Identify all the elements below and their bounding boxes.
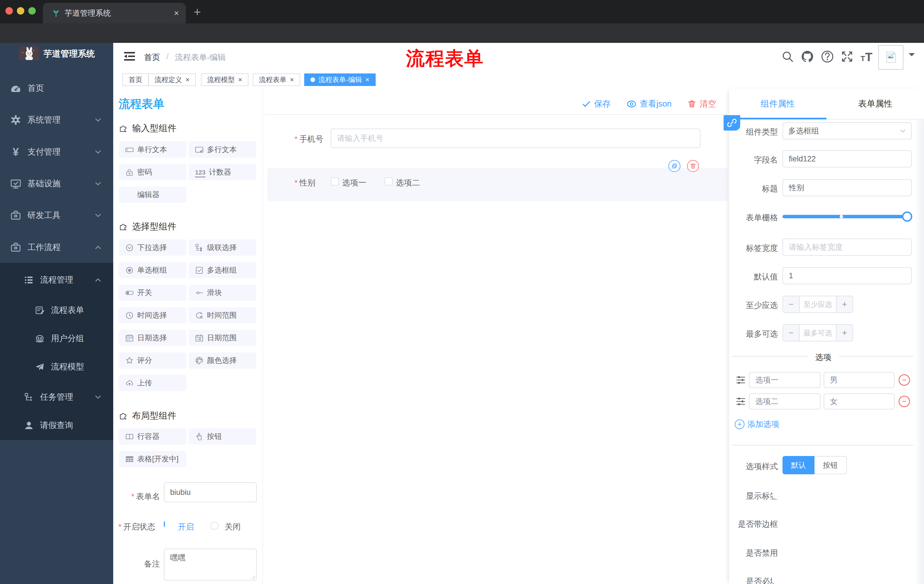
search-icon[interactable] [781,50,794,63]
stepper-minus-button[interactable]: − [783,296,800,312]
traffic-light-zoom[interactable] [28,7,36,15]
title-input[interactable] [782,179,912,196]
sidebar-item-task-management[interactable]: 任务管理 [0,383,113,411]
tag-process-model[interactable]: 流程模型× [201,73,248,86]
component-rate[interactable]: 评分 [119,352,186,368]
copy-component-button[interactable] [668,160,680,172]
stepper-minus-button[interactable]: − [783,325,800,341]
sidebar-item-process-model[interactable]: 流程模型 [0,352,113,381]
phone-field-input[interactable] [331,128,700,148]
delete-component-button[interactable] [687,160,699,172]
component-checkbox-group[interactable]: 多选框组 [189,262,256,278]
sidebar-item-infrastructure[interactable]: 基础设施 [0,169,113,198]
tag-process-form[interactable]: 流程表单× [253,73,300,86]
field-name-input[interactable] [782,150,912,168]
add-option-button[interactable]: + 添加选项 [735,419,779,430]
option-style-button[interactable]: 按钮 [815,456,847,474]
component-button[interactable]: 按钮 [189,428,256,444]
min-select-value[interactable]: 至少应选 [800,296,836,312]
component-select[interactable]: 下拉选择 [119,239,186,256]
new-tab-button[interactable]: + [191,6,203,19]
sidebar-item-devtools[interactable]: 研发工具 [0,201,113,230]
component-time-range[interactable]: 时间范围 [189,307,256,323]
component-date-range[interactable]: 日期范围 [189,330,256,346]
help-icon[interactable] [821,50,834,63]
component-color-picker[interactable]: 颜色选择 [189,352,256,368]
stepper-plus-button[interactable]: + [836,296,853,312]
avatar[interactable] [878,45,903,70]
avatar-caret-icon[interactable] [909,53,915,59]
component-radio-group[interactable]: 单选框组 [119,262,186,278]
gender-option1-label[interactable]: 选项一 [342,178,366,188]
component-cascader[interactable]: 级联选择 [189,239,256,256]
component-editor[interactable]: 编辑器 [119,187,186,203]
tag-close-icon[interactable]: × [290,76,294,83]
sidebar-item-leave-query[interactable]: 请假查询 [0,411,113,440]
link-tag[interactable] [724,115,740,131]
component-row-container[interactable]: 行容器 [119,428,186,444]
component-single-line-text[interactable]: 单行文本 [119,141,186,158]
remove-option-button[interactable] [899,374,910,386]
sidebar-item-process-management[interactable]: 流程管理 [0,266,113,294]
status-off-radio[interactable] [210,522,218,530]
option2-value-input[interactable] [823,393,894,410]
tag-process-definition[interactable]: 流程定义× [148,73,196,86]
stepper-plus-button[interactable]: + [836,325,853,341]
gender-option2-label[interactable]: 选项二 [396,178,420,188]
slider-handle[interactable] [902,211,912,222]
traffic-light-close[interactable] [5,7,13,15]
option2-name-input[interactable] [749,393,820,410]
gender-option2-checkbox[interactable] [384,178,393,186]
traffic-light-minimize[interactable] [17,7,24,15]
component-counter[interactable]: 123 计数器 [189,164,256,180]
status-on-radio[interactable] [164,521,165,527]
status-off-label[interactable]: 关闭 [225,521,241,532]
browser-tab[interactable]: 芋道管理系统 × [43,3,186,23]
component-type-select[interactable]: 多选框组 [782,122,912,140]
sidebar-item-home[interactable]: 首页 [0,74,113,102]
option-drag-handle[interactable] [736,396,746,406]
tag-process-form-edit-active[interactable]: 流程表单-编辑× [304,73,376,86]
option-drag-handle[interactable] [736,375,746,385]
option1-name-input[interactable] [749,372,820,388]
app-logo[interactable] [19,46,39,60]
component-slider[interactable]: 滑块 [189,285,256,301]
breadcrumb-home[interactable]: 首页 [144,52,160,63]
component-date-picker[interactable]: 日期选择 [119,330,186,346]
tag-home[interactable]: 首页 [122,73,148,86]
github-icon[interactable] [801,50,814,63]
component-upload[interactable]: 上传 [119,375,186,391]
tag-close-icon[interactable]: × [365,76,370,83]
font-size-icon[interactable]: TT [861,50,873,64]
selected-component-gender[interactable]: *性别 选项一 选项二 [267,168,728,201]
gender-option1-checkbox[interactable] [331,178,339,186]
sidebar-item-system[interactable]: 系统管理 [0,106,113,134]
max-select-value[interactable]: 最多可选 [800,325,836,341]
status-on-label[interactable]: 开启 [178,521,194,532]
sidebar-item-process-form[interactable]: 流程表单 [0,296,113,324]
sidebar-item-payment[interactable]: ¥ 支付管理 [0,138,113,166]
option-style-default[interactable]: 默认 [782,456,815,474]
tab-form-props[interactable]: 表单属性 [827,89,924,119]
sidebar-item-workflow[interactable]: 工作流程 [0,233,113,262]
form-grid-slider[interactable] [782,215,912,218]
option1-value-input[interactable] [823,372,894,388]
component-switch[interactable]: 开关 [119,285,186,301]
component-password[interactable]: 密码 [119,164,186,180]
remove-option-button[interactable] [899,396,910,407]
component-multi-line-text[interactable]: 多行文本 [189,141,256,158]
form-name-input[interactable] [164,482,257,502]
sidebar-fold-icon[interactable] [124,50,135,62]
component-time-picker[interactable]: 时间选择 [119,307,186,323]
fullscreen-icon[interactable] [840,50,854,63]
label-width-input[interactable] [782,239,912,256]
default-value-input[interactable] [782,267,912,284]
tag-close-icon[interactable]: × [186,76,190,83]
form-remark-textarea[interactable]: 嘿嘿 [164,549,257,581]
component-table-dev[interactable]: 表格[开发中] [119,451,186,467]
sidebar-item-user-group[interactable]: 用户分组 [0,324,113,353]
tag-close-icon[interactable]: × [238,76,242,83]
sidebar-item-label: 基础设施 [28,178,61,189]
tab-close-icon[interactable]: × [174,9,179,17]
tab-component-props[interactable]: 组件属性 [729,89,827,119]
